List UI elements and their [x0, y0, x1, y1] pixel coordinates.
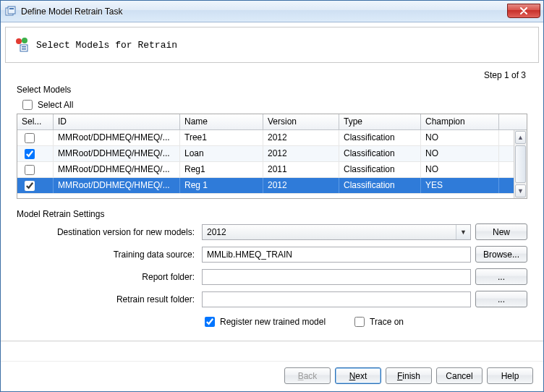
wizard-footer: Back Next Finish Cancel Help	[1, 361, 543, 391]
row-checkbox[interactable]	[25, 149, 35, 159]
table-row[interactable]: MMRoot/DDHMEQ/HMEQ/... Tree1 2012 Classi…	[17, 130, 514, 146]
main-content: Step 1 of 3 Select Models Select All Sel…	[1, 63, 543, 361]
finish-button[interactable]: Finish	[386, 367, 432, 384]
wizard-header: Select Models for Retrain	[5, 27, 539, 63]
models-table: Sel... ID Name Version Type Champion MMR…	[17, 114, 527, 199]
svg-rect-2	[9, 8, 14, 9]
svg-rect-1	[8, 7, 15, 14]
retrain-result-input[interactable]	[202, 291, 471, 307]
dest-version-label: Destination version for new models:	[17, 227, 197, 237]
register-model-checkbox[interactable]	[205, 317, 215, 327]
cell-type: Classification	[339, 146, 421, 161]
scroll-thumb[interactable]	[515, 145, 526, 183]
table-scrollbar[interactable]: ▲ ▼	[514, 130, 527, 198]
cell-type: Classification	[339, 178, 421, 193]
col-sel[interactable]: Sel...	[17, 114, 54, 129]
cell-type: Classification	[339, 162, 421, 177]
col-id[interactable]: ID	[54, 114, 180, 129]
table-row[interactable]: MMRoot/DDHMEQ/HMEQ/... Reg1 2011 Classif…	[17, 162, 514, 178]
cell-version: 2012	[263, 130, 339, 145]
wizard-title: Select Models for Retrain	[36, 40, 177, 51]
svg-point-4	[22, 38, 27, 43]
cell-id: MMRoot/DDHMEQ/HMEQ/...	[54, 162, 180, 177]
browse-button[interactable]: Browse...	[475, 246, 527, 263]
close-button[interactable]	[507, 4, 540, 18]
select-models-label: Select Models	[17, 85, 527, 95]
new-version-button[interactable]: New	[475, 223, 527, 240]
cell-name: Loan	[180, 146, 263, 161]
app-icon	[5, 6, 17, 17]
cell-type: Classification	[339, 130, 421, 145]
cell-name: Tree1	[180, 130, 263, 145]
cell-version: 2012	[263, 178, 339, 193]
trace-on-option[interactable]: Trace on	[352, 315, 404, 329]
training-source-label: Training data source:	[17, 250, 197, 260]
select-all-label: Select All	[38, 100, 73, 110]
window-title: Define Model Retrain Task	[21, 7, 507, 17]
row-checkbox[interactable]	[25, 165, 35, 175]
scroll-up-icon[interactable]: ▲	[515, 131, 526, 144]
table-header: Sel... ID Name Version Type Champion	[17, 114, 527, 130]
table-row[interactable]: MMRoot/DDHMEQ/HMEQ/... Reg 1 2012 Classi…	[17, 178, 514, 194]
col-name[interactable]: Name	[180, 114, 263, 129]
svg-point-3	[16, 38, 22, 44]
cell-champion: NO	[421, 130, 499, 145]
cell-id: MMRoot/DDHMEQ/HMEQ/...	[54, 178, 180, 193]
scroll-down-icon[interactable]: ▼	[515, 184, 526, 197]
settings-form: Destination version for new models: 2012…	[17, 223, 527, 329]
register-model-option[interactable]: Register new trained model	[202, 315, 326, 329]
cell-champion: YES	[421, 178, 499, 193]
chevron-down-icon: ▼	[456, 225, 470, 239]
cell-id: MMRoot/DDHMEQ/HMEQ/...	[54, 146, 180, 161]
register-model-label: Register new trained model	[220, 317, 326, 327]
training-source-input[interactable]	[202, 247, 471, 263]
retrain-result-browse-button[interactable]: ...	[475, 291, 527, 307]
cell-version: 2012	[263, 146, 339, 161]
col-scroll-spacer	[499, 114, 514, 129]
col-type[interactable]: Type	[339, 114, 421, 129]
select-all-checkbox[interactable]	[22, 100, 33, 110]
cell-version: 2011	[263, 162, 339, 177]
title-bar: Define Model Retrain Task	[1, 1, 543, 22]
col-version[interactable]: Version	[263, 114, 339, 129]
dest-version-combo[interactable]: 2012 ▼	[202, 224, 471, 240]
row-checkbox[interactable]	[25, 181, 35, 191]
report-folder-label: Report folder:	[17, 272, 197, 282]
table-row[interactable]: MMRoot/DDHMEQ/HMEQ/... Loan 2012 Classif…	[17, 146, 514, 162]
col-champion[interactable]: Champion	[421, 114, 499, 129]
dest-version-value: 2012	[207, 227, 456, 237]
trace-on-checkbox[interactable]	[354, 317, 365, 327]
next-button[interactable]: Next	[335, 367, 381, 384]
help-button[interactable]: Help	[487, 367, 533, 384]
trace-on-label: Trace on	[370, 317, 404, 327]
cell-champion: NO	[421, 146, 499, 161]
svg-rect-7	[22, 48, 26, 50]
cell-name: Reg 1	[180, 178, 263, 193]
report-folder-browse-button[interactable]: ...	[475, 268, 527, 285]
report-folder-input[interactable]	[202, 269, 471, 285]
cell-champion: NO	[421, 162, 499, 177]
separator	[1, 341, 543, 341]
wizard-icon	[14, 37, 30, 53]
settings-group-label: Model Retrain Settings	[17, 209, 527, 219]
row-checkbox[interactable]	[25, 133, 35, 143]
svg-rect-5	[20, 45, 27, 51]
cell-id: MMRoot/DDHMEQ/HMEQ/...	[54, 130, 180, 145]
svg-rect-6	[22, 46, 26, 48]
cancel-button[interactable]: Cancel	[436, 367, 483, 384]
step-indicator: Step 1 of 3	[17, 70, 527, 80]
back-button[interactable]: Back	[284, 367, 331, 384]
retrain-result-label: Retrain result folder:	[17, 294, 197, 304]
cell-name: Reg1	[180, 162, 263, 177]
